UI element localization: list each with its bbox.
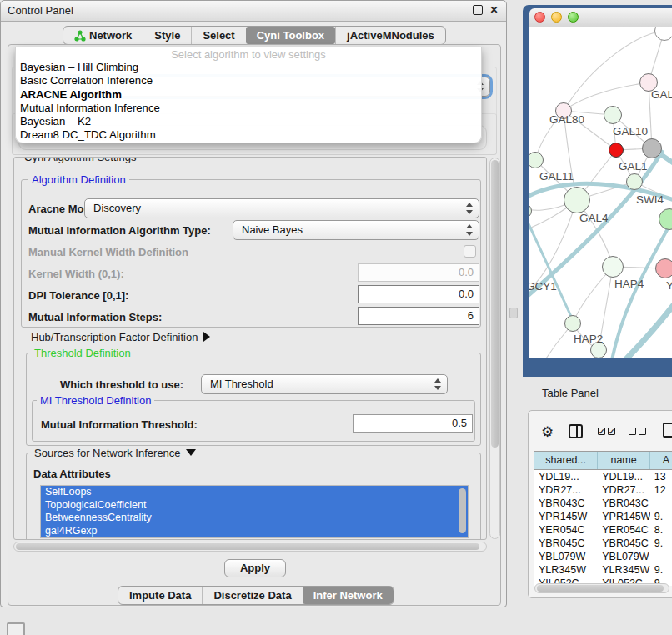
tab-select[interactable]: Select <box>191 27 245 44</box>
collapsed-arrow-icon[interactable] <box>203 332 210 342</box>
node-label: GAL80 <box>549 113 584 126</box>
checked-box-icon[interactable]: ✓ <box>598 428 605 435</box>
dropdown-item[interactable]: Basic Correlation Inference <box>16 74 481 88</box>
kernel-width-label: Kernel Width (0,1): <box>28 268 124 280</box>
table-row[interactable]: YLR345WYLR345W9. <box>534 563 672 577</box>
hub-definition-toggle[interactable]: Hub/Transcription Factor Definition <box>31 331 210 343</box>
table-rows[interactable]: YDL19...YDL19...13 YDR27...YDR27...12 YB… <box>534 470 672 586</box>
algorithm-combo-placeholder: Select algorithm to view settings <box>16 48 481 61</box>
node-hap4[interactable] <box>602 256 624 278</box>
new-table-icon[interactable] <box>663 422 672 438</box>
tab-style[interactable]: Style <box>143 27 191 44</box>
settings-group-title: Cyni Algorithm Settings <box>21 157 139 163</box>
dropdown-item[interactable]: Dream8 DC_TDC Algorithm <box>16 128 481 142</box>
combo-stepper-icon <box>464 223 475 237</box>
tab-network[interactable]: Network <box>63 27 143 44</box>
float-window-icon[interactable] <box>473 5 483 15</box>
data-attributes-list[interactable]: SelfLoops TopologicalCoefficient Between… <box>40 485 469 538</box>
which-threshold-combo[interactable]: MI Threshold <box>201 374 448 394</box>
kernel-width-field[interactable]: 0.0 <box>358 263 479 282</box>
node-hap2[interactable] <box>564 315 581 332</box>
table-row[interactable]: YDL19...YDL19...13 <box>534 470 672 483</box>
aracne-mode-combo[interactable]: Discovery <box>84 198 479 218</box>
columns-icon[interactable] <box>569 424 583 438</box>
table-horizontal-scrollbar[interactable] <box>534 583 669 593</box>
node-pink[interactable] <box>655 258 672 278</box>
list-item[interactable]: gal4RGexp <box>41 525 468 538</box>
apply-button[interactable]: Apply <box>224 559 286 578</box>
close-icon[interactable]: ✕ <box>489 5 499 16</box>
dropdown-item[interactable]: Bayesian – K2 <box>16 115 481 128</box>
tab-discretize-data[interactable]: Discretize Data <box>202 587 302 604</box>
node-label: GAL <box>651 88 672 101</box>
mac-zoom-icon[interactable] <box>568 12 579 22</box>
column-header[interactable]: A <box>650 452 672 469</box>
column-header[interactable]: shared... <box>534 452 598 469</box>
node-gal10[interactable] <box>604 106 622 124</box>
unchecked-box-icon[interactable] <box>639 428 646 435</box>
unchecked-box-icon[interactable] <box>629 428 636 435</box>
dropdown-item[interactable]: Mutual Information Inference <box>16 102 481 115</box>
mi-type-combo[interactable]: Naive Bayes <box>233 220 479 240</box>
dropdown-item[interactable]: Bayesian – Hill Climbing <box>16 61 481 74</box>
cyni-algorithm-settings-group: Cyni Algorithm Settings Algorithm Defini… <box>13 157 487 540</box>
splitter-grip-icon[interactable] <box>509 308 518 318</box>
panel-splitter[interactable] <box>507 5 523 612</box>
network-window-titlebar[interactable] <box>529 8 672 28</box>
node-label: GAL11 <box>539 170 574 182</box>
table-row[interactable]: YBL079WYBL079W <box>534 550 672 563</box>
node-gal4[interactable] <box>564 187 590 213</box>
checked-box-icon[interactable]: ✓ <box>608 428 615 435</box>
tab-jactivemnodules[interactable]: jActiveMNodules <box>335 27 445 44</box>
list-item[interactable]: SelfLoops <box>41 486 468 499</box>
table-panel-title: Table Panel <box>542 387 599 399</box>
node-gray[interactable] <box>642 138 662 158</box>
network-canvas[interactable]: GAL GAL80 GAL10 GAL1 GAL11 SWI4 GAL4 GCY… <box>529 27 672 358</box>
column-header[interactable]: name <box>598 452 650 469</box>
network-view-window: GAL GAL80 GAL10 GAL1 GAL11 SWI4 GAL4 GCY… <box>523 5 672 377</box>
sources-title[interactable]: Sources for Network Inference <box>31 447 199 459</box>
expanded-arrow-icon[interactable] <box>186 449 196 456</box>
mac-minimize-icon[interactable] <box>551 12 562 22</box>
dpi-tolerance-field[interactable]: 0.0 <box>358 285 479 303</box>
table-row[interactable]: YBR045CYBR045C9. <box>534 537 672 550</box>
algorithm-dropdown-list: Select algorithm to view settings Bayesi… <box>15 48 482 143</box>
mi-threshold-field[interactable]: 0.5 <box>353 414 473 432</box>
tab-cyni-toolbox[interactable]: Cyni Toolbox <box>246 27 335 44</box>
settings-vertical-scrollbar[interactable] <box>489 158 500 539</box>
node-label: SWI4 <box>636 193 664 206</box>
list-item[interactable]: BetweennessCentrality <box>41 512 468 525</box>
table-row[interactable]: YDR27...YDR27...12 <box>534 483 672 497</box>
cyni-subtab-bar: Impute Data Discretize Data Infer Networ… <box>118 586 394 605</box>
tab-infer-network[interactable]: Infer Network <box>303 587 394 604</box>
node-label: GCY1 <box>529 280 557 292</box>
mi-steps-field[interactable]: 6 <box>358 307 479 325</box>
manual-kernel-label: Manual Kernel Width Definition <box>28 246 188 258</box>
sources-group: Sources for Network Inference Data Attri… <box>26 452 481 540</box>
list-scrollbar[interactable] <box>459 488 466 533</box>
mi-threshold-label: Mutual Information Threshold: <box>41 418 198 431</box>
data-attributes-label: Data Attributes <box>33 468 111 480</box>
control-panel-titlebar[interactable]: Control Panel ✕ <box>1 1 506 22</box>
manual-kernel-checkbox[interactable] <box>464 245 476 258</box>
minimized-panel-icon[interactable] <box>7 622 25 635</box>
mi-threshold-title: MI Threshold Definition <box>37 394 154 407</box>
table-row[interactable]: YBR043CYBR043C <box>534 497 672 510</box>
which-threshold-label: Which threshold to use: <box>60 378 183 391</box>
table-panel: ⚙ ✓ ✓ shared... name A YDL19...YDL19...1… <box>528 410 672 598</box>
settings-horizontal-scrollbar[interactable] <box>13 542 487 552</box>
tab-impute-data[interactable]: Impute Data <box>118 587 202 604</box>
node-red[interactable] <box>609 142 624 158</box>
node-gal1[interactable] <box>626 173 643 190</box>
threshold-definition-title: Threshold Definition <box>31 347 134 359</box>
list-item[interactable]: TopologicalCoefficient <box>41 499 468 512</box>
combo-stepper-icon <box>464 202 475 215</box>
mac-close-icon[interactable] <box>534 12 545 22</box>
node-table: shared... name A YDL19...YDL19...13 YDR2… <box>534 451 672 586</box>
table-row[interactable]: YER054CYER054C8. <box>534 523 672 537</box>
gear-icon[interactable]: ⚙ <box>541 425 554 439</box>
table-row[interactable]: YPR145WYPR145W9. <box>534 510 672 523</box>
mi-threshold-group: MI Threshold Definition Mutual Informati… <box>32 400 475 442</box>
node-label: Y <box>666 279 672 292</box>
dropdown-item-selected[interactable]: ARACNE Algorithm <box>16 88 481 102</box>
